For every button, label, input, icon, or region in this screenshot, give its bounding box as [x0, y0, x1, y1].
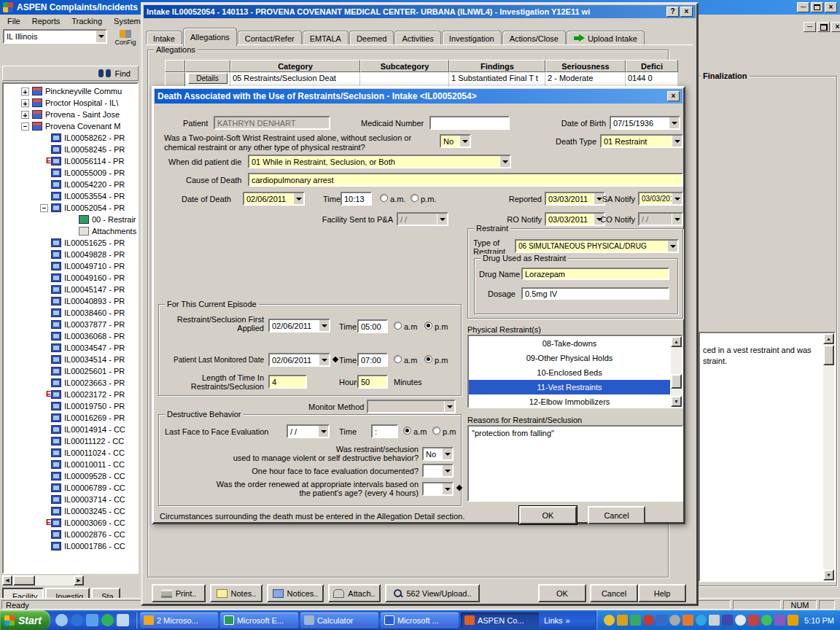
tree-row[interactable]: IL00023663 - PR	[4, 377, 137, 389]
tree-node-label[interactable]: IL00011122 - CC	[64, 437, 124, 446]
monitored-pm-radio[interactable]	[424, 355, 432, 363]
physical-restraint-option[interactable]: 10-Enclosed Beds	[469, 365, 670, 380]
scroll-up-icon[interactable]: ▲	[823, 333, 834, 344]
menu-item[interactable]: Reports	[26, 15, 66, 27]
start-button[interactable]: Start	[0, 610, 50, 630]
tree-node-label[interactable]: IL00002876 - CC	[64, 530, 125, 539]
tree-row[interactable]: IL00054220 - PR	[4, 179, 137, 190]
tab[interactable]: Investigation	[442, 31, 502, 45]
dod-combo[interactable]: 02/06/2011	[243, 192, 305, 206]
first-applied-time-field[interactable]: 05:00	[357, 319, 388, 333]
first-applied-date-combo[interactable]: 02/06/2011	[268, 319, 330, 332]
tree-node-label[interactable]: IL00049828 - PR	[64, 250, 125, 259]
tree-row[interactable]: IL00001786 - CC	[4, 540, 137, 552]
dosage-field[interactable]: 0.5mg IV	[521, 287, 669, 300]
tree-node-label[interactable]: IL00037877 - PR	[64, 320, 125, 329]
restraint-type-combo[interactable]: 06 SIMULTANEOUS PHYSICAL/DRUG	[515, 239, 679, 253]
tab[interactable]: Deemed	[349, 31, 394, 45]
f2f-date-combo[interactable]: / /	[287, 424, 330, 438]
scroll-thumb[interactable]	[671, 374, 682, 389]
tree-row[interactable]: IL00053554 - PR	[4, 190, 137, 202]
details-cell[interactable]: Details	[185, 72, 230, 87]
tree-node-label[interactable]: IL00049710 - PR	[64, 262, 125, 271]
tree-row[interactable]: IL00058245 - PR	[4, 144, 137, 155]
dod-am-radio[interactable]	[380, 194, 388, 202]
onehour-combo[interactable]	[422, 464, 454, 478]
seriousness-cell[interactable]: 2 - Moderate	[545, 72, 626, 87]
tree-row[interactable]: Attachments	[4, 225, 137, 237]
menu-item[interactable]: Tracking	[66, 15, 108, 27]
close-icon[interactable]: ×	[825, 2, 837, 12]
tree-node-label[interactable]: IL00019750 - PR	[64, 402, 125, 411]
tree-row[interactable]: IL00006789 - CC	[4, 482, 137, 494]
tree-node-label[interactable]: Attachments	[92, 227, 136, 236]
f2f-pm-radio[interactable]	[432, 427, 440, 435]
chevron-down-icon[interactable]	[319, 319, 330, 332]
chevron-down-icon[interactable]	[672, 135, 682, 147]
chevron-down-icon[interactable]	[667, 240, 678, 252]
tree-node-label[interactable]: IL00009528 - CC	[64, 472, 125, 481]
tray-icon[interactable]	[774, 615, 785, 626]
first-applied-pm-radio[interactable]	[424, 322, 432, 330]
tree-row[interactable]: IL00011024 - CC	[4, 447, 137, 459]
tree-node-label[interactable]: IL00023663 - PR	[64, 378, 125, 387]
attach-button[interactable]: Attach..	[328, 584, 381, 602]
tray-icon[interactable]	[669, 615, 680, 626]
allegation-row[interactable]: Details 05 Restraints/Seclusion Deat 1 S…	[165, 72, 678, 87]
sa-notify-combo[interactable]: 03/03/2011	[638, 192, 683, 206]
tab[interactable]: Intake	[146, 31, 182, 45]
ok-button[interactable]: OK	[538, 584, 586, 602]
config-button[interactable]: ConFig	[111, 28, 140, 48]
tab[interactable]: EMTALA	[303, 31, 349, 45]
ro-notify-combo[interactable]: 03/03/2011	[545, 212, 605, 226]
tree-row[interactable]: IL00038460 - PR	[4, 307, 137, 319]
close-icon[interactable]: ×	[680, 7, 693, 17]
quick-launch-icon[interactable]	[101, 614, 114, 626]
finalization-textarea[interactable]: ced in a vest restraint and was straint.…	[699, 332, 836, 582]
tray-icon[interactable]	[722, 615, 733, 626]
maximize-icon[interactable]	[811, 2, 823, 12]
tree-node-label[interactable]: IL00016269 - PR	[64, 413, 125, 422]
scroll-thumb[interactable]	[823, 345, 834, 365]
close-icon[interactable]: ×	[667, 91, 680, 101]
tree-row[interactable]: IL00014914 - CC	[4, 424, 137, 435]
quick-launch-icon[interactable]	[117, 614, 129, 626]
death-type-combo[interactable]: 01 Restraint	[600, 134, 683, 148]
wrist-combo[interactable]: No	[440, 134, 471, 148]
tree-row[interactable]: IL00003714 - CC	[4, 494, 137, 505]
chevron-icon[interactable]: »	[566, 616, 570, 625]
tree-row[interactable]: Provena - Saint Jose	[4, 109, 137, 120]
cause-field[interactable]: cardiopulmonary arrest	[248, 173, 683, 187]
tree-row[interactable]: IL00025601 - PR	[4, 365, 137, 377]
tree-node-label[interactable]: IL00010011 - CC	[64, 460, 125, 469]
tree-row[interactable]: Pinckneyville Commu	[4, 85, 137, 97]
physical-restraint-option[interactable]: 12-Elbow Immobilizers	[469, 394, 670, 408]
tree-node-label[interactable]: IL00054220 - PR	[64, 180, 125, 189]
scroll-track[interactable]	[823, 344, 834, 569]
chevron-down-icon[interactable]	[499, 155, 510, 168]
tray-icon[interactable]	[604, 615, 615, 626]
renewed-combo[interactable]	[422, 482, 454, 496]
tree-row[interactable]: IL00049828 - PR	[4, 249, 137, 260]
tree-node-label[interactable]: IL00003714 - CC	[64, 495, 125, 504]
tree-row[interactable]: Provena Covenant M	[4, 120, 137, 132]
tree-row[interactable]: IL00058262 - PR	[4, 132, 137, 144]
quick-launch-icon[interactable]	[55, 614, 68, 626]
tray-icon[interactable]	[709, 615, 720, 626]
print-button[interactable]: Print..	[152, 584, 206, 602]
tree-row[interactable]: IL00016269 - PR	[4, 412, 137, 424]
tree-node-label[interactable]: IL00051625 - PR	[64, 238, 125, 247]
tree-row[interactable]: E IL00056114 - PR	[4, 155, 137, 167]
child-restore-icon[interactable]	[817, 22, 830, 32]
tree-node-label[interactable]: 00 - Restrair	[92, 215, 136, 224]
when-died-combo[interactable]: 01 While in Restraint, Seclusion, or Bot…	[248, 155, 511, 168]
subcategory-cell[interactable]	[360, 72, 449, 87]
tree-node-label[interactable]: IL00001786 - CC	[64, 542, 125, 551]
task-button[interactable]: Microsoft ...	[381, 612, 459, 629]
chevron-down-icon[interactable]	[442, 448, 453, 460]
notes-button[interactable]: Notes..	[210, 584, 262, 602]
tray-icon[interactable]	[682, 615, 693, 626]
tree-node-label[interactable]: IL00023172 - PR	[64, 390, 125, 399]
chevron-down-icon[interactable]	[293, 192, 304, 205]
child-close-icon[interactable]: ×	[831, 22, 840, 32]
